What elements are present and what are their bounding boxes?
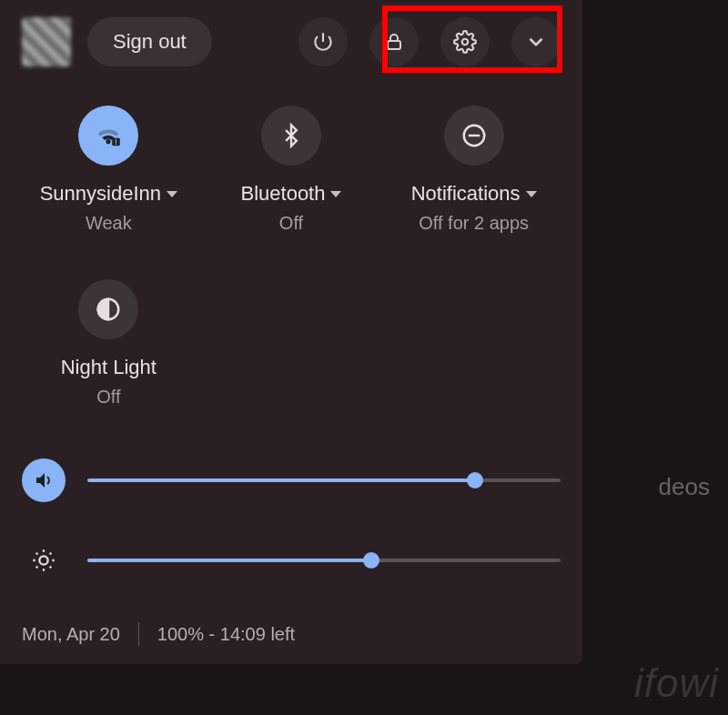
slider-thumb[interactable]	[363, 552, 379, 569]
date-text: Mon, Apr 20	[22, 624, 120, 645]
svg-text:!: !	[115, 137, 117, 146]
night-light-sublabel: Off	[96, 387, 120, 408]
night-light-toggle[interactable]: Night Light Off	[22, 279, 196, 408]
bluetooth-icon	[278, 123, 304, 148]
night-light-label: Night Light	[61, 356, 157, 379]
caret-down-icon	[330, 191, 341, 197]
volume-row	[22, 458, 561, 502]
brightness-row	[22, 539, 561, 582]
battery-text: 100% - 14:09 left	[157, 624, 295, 645]
wifi-label: SunnysideInn	[40, 182, 161, 206]
power-icon	[311, 30, 335, 54]
quick-toggles-grid: ! SunnysideInn Weak Bluetooth	[22, 106, 561, 408]
slider-thumb[interactable]	[467, 472, 483, 488]
wifi-toggle[interactable]: ! SunnysideInn Weak	[22, 106, 196, 234]
do-not-disturb-icon	[460, 122, 488, 149]
avatar[interactable]	[22, 17, 71, 66]
night-light-icon	[95, 296, 122, 323]
power-button[interactable]	[298, 17, 348, 66]
caret-down-icon	[167, 191, 177, 197]
footer-status: Mon, Apr 20 100% - 14:09 left	[22, 622, 561, 646]
notifications-label: Notifications	[411, 182, 521, 206]
volume-icon	[33, 469, 55, 491]
brightness-slider[interactable]	[87, 551, 561, 569]
caret-down-icon	[526, 191, 537, 197]
gear-icon	[453, 30, 477, 54]
sliders-area	[22, 431, 561, 619]
collapse-button[interactable]	[511, 17, 561, 66]
background-text: deos	[659, 473, 710, 501]
bluetooth-sublabel: Off	[279, 213, 303, 234]
svg-rect-0	[388, 41, 400, 49]
wifi-sublabel: Weak	[86, 213, 132, 234]
lock-button[interactable]	[369, 17, 419, 66]
settings-button[interactable]	[440, 17, 490, 66]
lock-icon	[383, 31, 405, 53]
bluetooth-toggle[interactable]: Bluetooth Off	[205, 106, 379, 234]
svg-point-1	[462, 39, 469, 45]
brightness-icon	[31, 548, 56, 573]
header-row: Sign out	[22, 15, 561, 69]
chevron-down-icon	[524, 30, 548, 54]
bluetooth-label: Bluetooth	[241, 182, 326, 206]
quick-settings-panel: Sign out	[0, 0, 582, 664]
notifications-toggle[interactable]: Notifications Off for 2 apps	[387, 106, 561, 234]
svg-point-7	[39, 556, 47, 564]
volume-slider[interactable]	[87, 471, 561, 489]
notifications-sublabel: Off for 2 apps	[419, 213, 529, 234]
brightness-button[interactable]	[22, 539, 66, 582]
watermark: ifowi	[634, 660, 719, 706]
sign-out-button[interactable]: Sign out	[87, 17, 212, 66]
separator	[138, 622, 139, 646]
wifi-icon: !	[93, 120, 124, 151]
volume-button[interactable]	[22, 458, 66, 502]
